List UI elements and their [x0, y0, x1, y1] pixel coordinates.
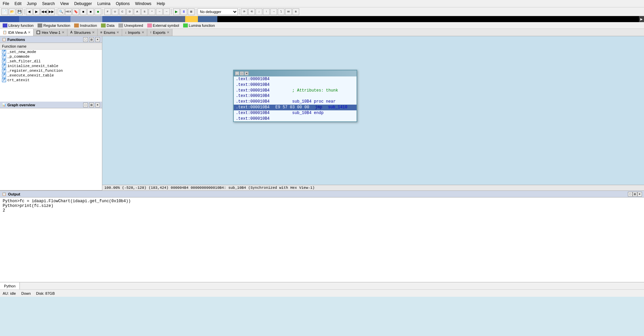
- dbg3-button[interactable]: ↓: [256, 8, 262, 15]
- list-item[interactable]: f _seh_filter_dll: [0, 59, 102, 64]
- dbg1-button[interactable]: ⟳: [241, 8, 248, 15]
- tab-imports[interactable]: ↓ Imports ✕: [122, 29, 147, 36]
- functions-close-button[interactable]: ✕: [95, 37, 100, 42]
- dbg7-button[interactable]: W: [285, 8, 292, 15]
- graph-close-button[interactable]: ✕: [95, 103, 100, 107]
- tab-hex-view-label: Hex View-1: [42, 31, 60, 35]
- menu-windows[interactable]: Windows: [132, 1, 154, 7]
- dbg2-button[interactable]: ⟲: [248, 8, 255, 15]
- hex-button[interactable]: HEX: [65, 8, 72, 15]
- disasm-addr-7: .text:000010B4: [236, 111, 270, 115]
- tab-ida-view[interactable]: 📋 IDA View-A ✕: [0, 29, 34, 36]
- stop-button[interactable]: ⏹: [188, 8, 195, 15]
- pause-button[interactable]: ⏸: [180, 8, 187, 15]
- functions-list[interactable]: f _set_new_mode f _p_commode f _seh_filt…: [0, 50, 102, 102]
- align-button[interactable]: A: [134, 8, 141, 15]
- disasm-content[interactable]: .text:000010B4 .text:000010B4 .text:0000…: [234, 76, 357, 121]
- new-button[interactable]: 📄: [1, 8, 8, 15]
- search-button[interactable]: 🔍: [58, 8, 64, 15]
- forward2-button[interactable]: ▶▶: [48, 8, 55, 15]
- bottom-tab-python[interactable]: Python: [0, 282, 20, 289]
- tab-hex-view[interactable]: 🔲 Hex View-1 ✕: [34, 29, 67, 36]
- output-close-button[interactable]: ✕: [637, 192, 642, 197]
- array-button[interactable]: *: [149, 8, 155, 15]
- dbg5-button[interactable]: →: [270, 8, 277, 15]
- legend-lumina: Lumina function: [183, 23, 215, 27]
- back2-button[interactable]: ◀◀: [41, 8, 47, 15]
- tab-exports-label: Exports: [153, 31, 165, 35]
- status-state: idle: [10, 291, 16, 295]
- tab-exports-close[interactable]: ✕: [167, 31, 169, 34]
- tab-enums-close[interactable]: ✕: [116, 31, 119, 34]
- list-item[interactable]: f initialize_onexit_table: [0, 64, 102, 68]
- disasm-max-button[interactable]: □: [240, 71, 244, 75]
- bookmark-button[interactable]: 🔖: [72, 8, 79, 15]
- refs-button[interactable]: ←: [163, 8, 170, 15]
- disasm-addr-3: .text:000010B4: [236, 88, 270, 93]
- tab-exports[interactable]: ↑ Exports ✕: [147, 29, 172, 36]
- python-input[interactable]: [20, 282, 26, 289]
- disasm-proc-5: sub_10B4 proc near: [292, 99, 336, 104]
- menu-debugger[interactable]: Debugger: [71, 1, 95, 7]
- dbg4-button[interactable]: ↑: [263, 8, 270, 15]
- menu-help[interactable]: Help: [154, 1, 168, 7]
- menu-options[interactable]: Options: [113, 1, 132, 7]
- data-button[interactable]: D: [126, 8, 133, 15]
- create-func-button[interactable]: F: [104, 8, 111, 15]
- xrefs-button[interactable]: →: [156, 8, 163, 15]
- tab-enums[interactable]: ≡ Enums ✕: [98, 29, 122, 36]
- tab-ida-view-close[interactable]: ✕: [28, 31, 31, 34]
- nav-right-arrow[interactable]: ▶: [639, 17, 644, 22]
- bm2-button[interactable]: ■: [80, 8, 87, 15]
- graph-float-button[interactable]: ⊞: [89, 103, 94, 107]
- debugger-dropdown[interactable]: No debugger: [198, 8, 238, 15]
- function-name: _seh_filter_dll: [7, 59, 41, 63]
- str-button[interactable]: S: [141, 8, 148, 15]
- menu-jump[interactable]: Jump: [24, 1, 39, 7]
- menu-view[interactable]: View: [57, 1, 71, 7]
- func-icon: f: [2, 69, 6, 73]
- run-button[interactable]: ▶: [173, 8, 180, 15]
- tab-structures-icon: A: [70, 31, 72, 34]
- functions-restore-button[interactable]: □: [83, 37, 88, 42]
- tab-structures-close[interactable]: ✕: [92, 31, 95, 34]
- open-button[interactable]: 📂: [9, 8, 15, 15]
- tab-hex-view-close[interactable]: ✕: [62, 31, 64, 34]
- menu-file[interactable]: File: [0, 1, 12, 7]
- menu-lumina[interactable]: Lumina: [95, 1, 113, 7]
- tab-structures[interactable]: A Structures ✕: [67, 29, 98, 36]
- disasm-addr-5: .text:000010B4: [236, 99, 270, 104]
- functions-panel-title: Functions: [7, 38, 82, 42]
- save-button[interactable]: 💾: [16, 8, 23, 15]
- list-item[interactable]: f _register_onexit_function: [0, 68, 102, 73]
- code-button[interactable]: C: [119, 8, 126, 15]
- menu-search[interactable]: Search: [39, 1, 57, 7]
- list-item[interactable]: f crt_atexit: [0, 78, 102, 82]
- output-float-button[interactable]: ⊞: [633, 192, 637, 197]
- graph-content[interactable]: [0, 108, 102, 190]
- disasm-min-button[interactable]: _: [235, 71, 239, 75]
- bm3-button[interactable]: ■: [87, 8, 94, 15]
- tab-imports-close[interactable]: ✕: [142, 31, 144, 34]
- output-restore-button[interactable]: □: [628, 192, 633, 197]
- disasm-line-1: .text:000010B4: [234, 76, 357, 82]
- graph-panel-icon: 📊: [2, 103, 6, 107]
- legend-data: Data: [101, 23, 114, 27]
- functions-float-button[interactable]: ⊞: [89, 37, 94, 42]
- undefine-button[interactable]: U: [112, 8, 118, 15]
- disasm-close-button[interactable]: ✕: [245, 71, 249, 75]
- dbg8-button[interactable]: B: [292, 8, 299, 15]
- list-item[interactable]: f _set_new_mode: [0, 50, 102, 54]
- back-button[interactable]: ◀: [26, 8, 33, 15]
- output-panel: 📋 Output □ ⊞ ✕ Python>fc = idaapi.FlowCh…: [0, 191, 644, 282]
- forward-button[interactable]: ▶: [33, 8, 40, 15]
- dbg6-button[interactable]: ⤵: [278, 8, 284, 15]
- graph-restore-button[interactable]: □: [83, 103, 88, 107]
- status-disk-label: Disk: 87GB: [36, 291, 55, 295]
- toolbar-sep-4: [171, 9, 172, 15]
- menu-edit[interactable]: Edit: [12, 1, 24, 7]
- list-item[interactable]: f _execute_onexit_table: [0, 73, 102, 78]
- bm4-button[interactable]: ■: [95, 8, 101, 15]
- output-content[interactable]: Python>fc = idaapi.FlowChart(idaapi.get_…: [0, 198, 644, 282]
- list-item[interactable]: f _p_commode: [0, 54, 102, 59]
